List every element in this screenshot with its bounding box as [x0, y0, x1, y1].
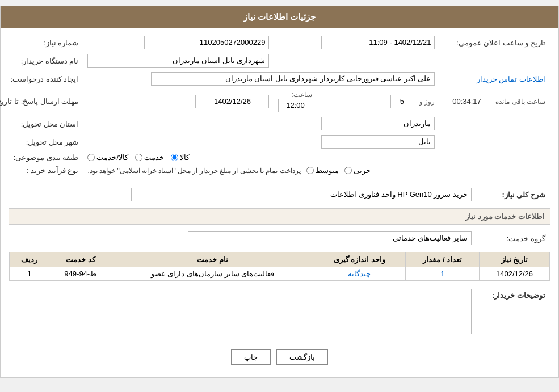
- cell-kod-khadamat: ط-94-949: [49, 267, 112, 281]
- value-mohlat-date: 1402/12/26: [83, 88, 274, 115]
- row-nam-dastgah: شهرداری بابل استان مازندران نام دستگاه خ…: [0, 52, 550, 70]
- service-table-header-row: تاریخ نیاز تعداد / مقدار واحد اندازه گیر…: [10, 252, 550, 267]
- row-towzifat: توضیحات خریدار:: [9, 286, 550, 338]
- label-tarikh-elan: تاریخ و ساعت اعلان عمومی:: [439, 33, 550, 52]
- row-ostan: مازندران استان محل تحویل:: [0, 115, 550, 133]
- sharh-value: خرید سرور HP Gen10 واحد فناوری اطلاعات: [131, 188, 472, 201]
- radio-khadamat-label: خدمت: [144, 153, 164, 162]
- value-towzifat: [9, 286, 476, 338]
- label-towzifat: توضیحات خریدار:: [476, 286, 550, 338]
- radio-motovaset: متوسط: [306, 166, 339, 175]
- row-noe-farayand: پرداخت تمام یا بخشی از مبلغ خریدار از مح…: [0, 164, 550, 177]
- radio-kala-khadamat: کالا/خدمت: [87, 153, 128, 162]
- buttons-row: بازگشت چاپ: [9, 343, 550, 372]
- radio-jozii-label: جزیی: [354, 166, 371, 175]
- cell-tarikh: 1402/12/26: [480, 267, 550, 281]
- saat-label: ساعت:: [292, 91, 312, 99]
- ijad-konande-value: علی اکبر عباسی فیروزجاتی کاربرداز شهردار…: [151, 72, 435, 86]
- row-tabaqe: کالا/خدمت خدمت کالا طبقه بندی موضو: [0, 151, 550, 164]
- value-ijad-konande: علی اکبر عباسی فیروزجاتی کاربرداز شهردار…: [83, 70, 439, 88]
- main-container: جزئیات اطلاعات نیاز تاریخ و ساعت اعلان ع…: [0, 6, 559, 378]
- sharh-table: شرح کلی نیاز: خرید سرور HP Gen10 واحد فن…: [9, 186, 550, 204]
- label-shomare-niaz: شماره نیاز:: [0, 33, 83, 52]
- ostan-value: مازندران: [321, 117, 435, 130]
- service-table-body: 1402/12/26 1 چندگانه فعالیت‌های سایر ساز…: [10, 267, 550, 281]
- farayand-notice: پرداخت تمام یا بخشی از مبلغ خریدار از مح…: [87, 167, 300, 175]
- label-tabaqe: طبقه بندی موضوعی:: [0, 151, 83, 164]
- radio-kala-input[interactable]: [171, 154, 178, 161]
- page-title: جزئیات اطلاعات نیاز: [243, 12, 316, 22]
- print-button[interactable]: چاپ: [231, 349, 271, 365]
- nam-dastgah-value: شهرداری بابل استان مازندران: [87, 54, 269, 68]
- label-mohlat: مهلت ارسال پاسخ: تا تاریخ:: [0, 88, 83, 115]
- col-name-khadamat: نام خدمت: [112, 252, 313, 267]
- radio-motovaset-label: متوسط: [316, 166, 339, 175]
- col-kod-khadamat: کد خدمت: [49, 252, 112, 267]
- label-sharh: شرح کلی نیاز:: [476, 186, 550, 204]
- row-grohe: گروه خدمت: سایر فعالیت‌های خدماتی: [9, 229, 550, 247]
- radio-kala-khadamat-input[interactable]: [87, 154, 95, 161]
- remaining-label: ساعت باقی مانده: [495, 98, 545, 106]
- value-nam-dastgah: شهرداری بابل استان مازندران: [83, 52, 274, 70]
- info-table: تاریخ و ساعت اعلان عمومی: 1402/12/21 - 1…: [0, 33, 550, 177]
- value-tarikh-elan: 1402/12/21 - 11:09: [317, 33, 439, 52]
- khadamat-section-title: اطلاعات خدمات مورد نیاز: [9, 208, 550, 225]
- label-grohe: گروه خدمت:: [476, 229, 550, 247]
- saat-value: 12:00: [278, 99, 312, 112]
- content-area: تاریخ و ساعت اعلان عمومی: 1402/12/21 - 1…: [1, 28, 558, 377]
- value-sharh: خرید سرور HP Gen10 واحد فناوری اطلاعات: [9, 186, 476, 204]
- value-shomare: 1102050272000229: [83, 33, 274, 52]
- label-shahr: شهر محل تحویل:: [0, 133, 83, 151]
- page-header: جزئیات اطلاعات نیاز: [1, 6, 558, 28]
- label-ijad-konande: ایجاد کننده درخواست:: [0, 70, 83, 88]
- roz-label: روز و: [419, 98, 435, 106]
- cell-vahed: چندگانه: [313, 267, 406, 281]
- roz-value: 5: [390, 95, 413, 108]
- col-vahed: واحد اندازه گیری: [313, 252, 406, 267]
- radio-jozii: جزیی: [344, 166, 371, 175]
- row-shomare: تاریخ و ساعت اعلان عمومی: 1402/12/21 - 1…: [0, 33, 550, 52]
- radio-jozii-input[interactable]: [344, 167, 352, 174]
- value-grohe: سایر فعالیت‌های خدماتی: [9, 229, 476, 247]
- row-sharh: شرح کلی نیاز: خرید سرور HP Gen10 واحد فن…: [9, 186, 550, 204]
- cell-tedad: 1: [406, 267, 480, 281]
- cell-radif: 1: [10, 267, 49, 281]
- col-tarikh: تاریخ نیاز: [480, 252, 550, 267]
- row-shahr: بابل شهر محل تحویل:: [0, 133, 550, 151]
- row-ijad-konande: اطلاعات تماس خریدار علی اکبر عباسی فیروز…: [0, 70, 550, 88]
- radio-kala-khadamat-label: کالا/خدمت: [96, 153, 128, 162]
- remaining-value: 00:34:17: [444, 95, 489, 108]
- radio-khadamat-input[interactable]: [135, 154, 142, 161]
- towzifat-table: توضیحات خریدار:: [9, 286, 550, 338]
- radio-kala: کالا: [171, 153, 190, 162]
- farayand-row: پرداخت تمام یا بخشی از مبلغ خریدار از مح…: [87, 166, 545, 175]
- radio-khadamat: خدمت: [135, 153, 164, 162]
- label-noe-farayand: نوع فرآیند خرید :: [0, 164, 83, 177]
- divider-1: [9, 182, 550, 182]
- service-table: تاریخ نیاز تعداد / مقدار واحد اندازه گیر…: [9, 252, 550, 281]
- shahr-value: بابل: [321, 135, 435, 149]
- row-mohlat: ساعت باقی مانده 00:34:17 روز و 5 ساعت: 1…: [0, 88, 550, 115]
- col-radif: ردیف: [10, 252, 49, 267]
- cell-name-khadamat: فعالیت‌های سایر سازمان‌های دارای عضو: [112, 267, 313, 281]
- value-ostan: مازندران: [83, 115, 439, 133]
- value-shahr: بابل: [83, 133, 439, 151]
- tarikh-elan-value: 1402/12/21 - 11:09: [321, 36, 435, 49]
- service-table-header: تاریخ نیاز تعداد / مقدار واحد اندازه گیر…: [10, 252, 550, 267]
- tabaqe-radio-group: کالا/خدمت خدمت کالا: [87, 153, 435, 162]
- label-etelaat-tamas: اطلاعات تماس خریدار: [439, 70, 550, 88]
- etelaat-tamas-link[interactable]: اطلاعات تماس خریدار: [477, 75, 545, 83]
- radio-motovaset-input[interactable]: [306, 167, 314, 174]
- back-button[interactable]: بازگشت: [276, 349, 328, 365]
- grohe-table: گروه خدمت: سایر فعالیت‌های خدماتی: [9, 229, 550, 247]
- label-ostan: استان محل تحویل:: [0, 115, 83, 133]
- shomare-niaz-value: 1102050272000229: [144, 36, 269, 49]
- label-nam-dastgah: نام دستگاه خریدار:: [0, 52, 83, 70]
- col-tedad: تعداد / مقدار: [406, 252, 480, 267]
- mohlat-date-value: 1402/12/26: [195, 95, 269, 108]
- table-row: 1402/12/26 1 چندگانه فعالیت‌های سایر ساز…: [10, 267, 550, 281]
- grohe-value: سایر فعالیت‌های خدماتی: [188, 231, 472, 245]
- towzifat-textarea[interactable]: [14, 289, 472, 334]
- radio-kala-label: کالا: [180, 153, 190, 162]
